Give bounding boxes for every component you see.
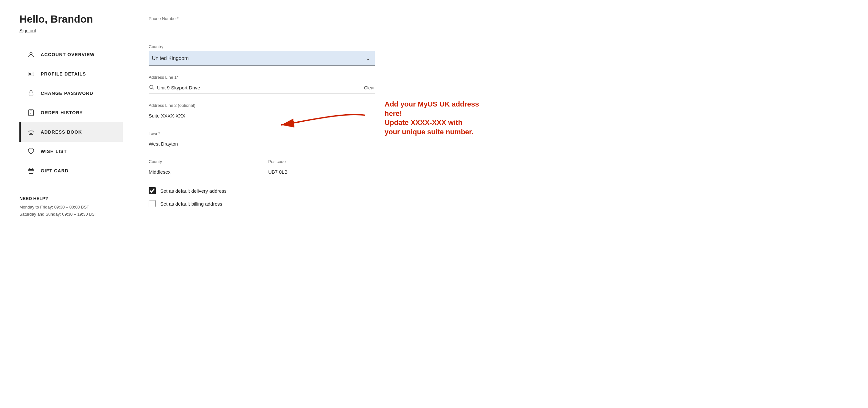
county-input[interactable] [149,166,255,178]
heart-icon [27,147,35,155]
sidebar-item-profile-details[interactable]: PROFILE DETAILS [20,64,123,83]
county-postcode-group: County Postcode [149,159,375,178]
postcode-input[interactable] [268,166,375,178]
country-select[interactable]: United Kingdom United States France Germ… [149,51,375,66]
default-billing-group: Set as default billing address [149,200,375,207]
town-input[interactable] [149,138,375,150]
sidebar-item-account-overview[interactable]: ACCOUNT OVERVIEW [20,45,123,64]
phone-group: Phone Number* [149,16,375,35]
nav-menu: ACCOUNT OVERVIEW PROFILE DETAILS CHANGE … [20,45,123,180]
default-delivery-label: Set as default delivery address [160,188,226,194]
receipt-icon [27,109,35,116]
default-billing-label: Set as default billing address [160,201,222,207]
svg-point-7 [150,85,153,89]
sidebar-item-wish-list[interactable]: WISH LIST [20,142,123,161]
gift-icon [27,167,35,175]
address2-label: Address Line 2 (optional) [149,103,375,108]
sidebar-label-account-overview: ACCOUNT OVERVIEW [41,52,95,57]
main-content: Phone Number* Country United Kingdom Uni… [149,13,375,395]
home-icon [27,128,35,136]
phone-label: Phone Number* [149,16,375,21]
default-billing-checkbox[interactable] [149,200,156,207]
country-label: Country [149,44,375,49]
address2-input[interactable] [149,110,375,122]
sidebar-item-gift-card[interactable]: GIFT CARD [20,161,123,180]
postcode-group: Postcode [268,159,375,178]
sidebar-label-change-password: CHANGE PASSWORD [41,91,93,96]
address2-group: Address Line 2 (optional) Add your MyUS … [149,103,375,122]
annotation-line2: Update XXXX-XXX with [384,118,462,127]
annotation-line1: Add your MyUS UK address here! [384,100,479,117]
phone-input[interactable] [149,23,375,35]
default-delivery-checkbox[interactable] [149,187,156,194]
lock-icon [27,90,35,97]
need-help-title: NEED HELP? [20,196,123,201]
sidebar: Hello, Brandon Sign out ACCOUNT OVERVIEW… [20,13,123,395]
need-help-section: NEED HELP? Monday to Friday: 09:30 – 00:… [20,196,123,218]
sidebar-item-change-password[interactable]: CHANGE PASSWORD [20,83,123,103]
greeting: Hello, Brandon [20,13,123,25]
annotation-line3: your unique suite number. [384,128,473,136]
address1-label: Address Line 1* [149,75,375,80]
default-delivery-group: Set as default delivery address [149,187,375,194]
county-label: County [149,159,255,164]
postcode-label: Postcode [268,159,375,164]
county-group: County [149,159,255,178]
sidebar-label-profile-details: PROFILE DETAILS [41,71,86,76]
annotation-text: Add your MyUS UK address here! Update XX… [384,100,491,137]
country-group: Country United Kingdom United States Fra… [149,44,375,66]
sidebar-item-address-book[interactable]: ADDRESS BOOK [20,122,123,142]
person-icon [27,51,35,59]
svg-point-0 [30,52,32,55]
address1-input[interactable] [157,82,361,94]
country-select-wrapper: United Kingdom United States France Germ… [149,51,375,66]
sidebar-item-order-history[interactable]: ORDER HISTORY [20,103,123,122]
town-group: Town* [149,131,375,150]
town-label: Town* [149,131,375,136]
svg-rect-3 [29,93,33,96]
need-help-line2: Saturday and Sunday: 09:30 – 19:30 BST [20,211,123,218]
sidebar-label-address-book: ADDRESS BOOK [41,130,82,135]
address1-group: Address Line 1* Clear [149,75,375,94]
sidebar-label-order-history: ORDER HISTORY [41,110,83,115]
sidebar-label-gift-card: GIFT CARD [41,168,68,173]
svg-point-2 [29,73,31,75]
need-help-line1: Monday to Friday: 09:30 – 00:00 BST [20,204,123,211]
id-card-icon [27,70,35,78]
svg-rect-4 [29,110,34,115]
clear-button[interactable]: Clear [364,85,375,90]
address1-input-wrapper: Clear [149,82,375,94]
sidebar-label-wish-list: WISH LIST [41,149,67,154]
search-icon [149,84,154,91]
signout-link[interactable]: Sign out [20,28,36,33]
